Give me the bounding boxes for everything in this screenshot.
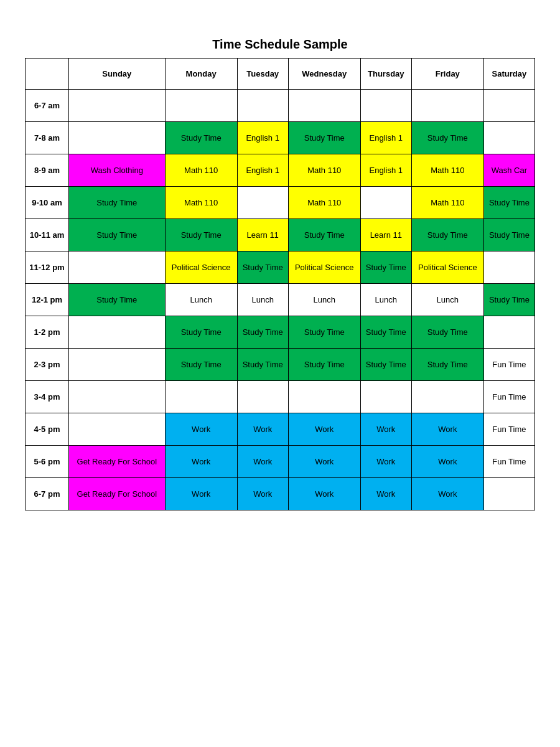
- schedule-cell: Math 110: [411, 187, 483, 219]
- schedule-cell: [69, 349, 166, 381]
- time-label: 1-2 pm: [26, 316, 69, 349]
- schedule-cell: Math 110: [165, 154, 237, 187]
- time-label: 3-4 pm: [26, 381, 69, 413]
- schedule-cell: Work: [360, 446, 411, 478]
- schedule-cell: Study Time: [69, 187, 166, 219]
- table-row: 7-8 amStudy TimeEnglish 1Study TimeEngli…: [26, 122, 535, 154]
- table-row: 3-4 pmFun Time: [26, 381, 535, 413]
- time-label: 5-6 pm: [26, 446, 69, 478]
- schedule-cell: Wash Car: [483, 154, 534, 187]
- schedule-cell: Lunch: [288, 284, 360, 316]
- schedule-cell: [69, 316, 166, 349]
- schedule-cell: Study Time: [288, 349, 360, 381]
- schedule-cell: Study Time: [69, 219, 166, 251]
- table-row: 2-3 pmStudy TimeStudy TimeStudy TimeStud…: [26, 349, 535, 381]
- schedule-cell: Study Time: [483, 187, 534, 219]
- schedule-cell: [69, 251, 166, 284]
- table-row: 5-6 pmGet Ready For SchoolWorkWorkWorkWo…: [26, 446, 535, 478]
- day-header-friday: Friday: [411, 59, 483, 90]
- schedule-cell: Lunch: [411, 284, 483, 316]
- schedule-cell: Study Time: [69, 284, 166, 316]
- table-row: 4-5 pmWorkWorkWorkWorkWorkFun Time: [26, 413, 535, 446]
- schedule-cell: Work: [360, 478, 411, 510]
- schedule-cell: Work: [237, 478, 288, 510]
- schedule-cell: Study Time: [360, 316, 411, 349]
- schedule-cell: Lunch: [237, 284, 288, 316]
- schedule-cell: Lunch: [360, 284, 411, 316]
- schedule-cell: Lunch: [165, 284, 237, 316]
- time-label: 6-7 am: [26, 90, 69, 122]
- schedule-cell: Learn 11: [360, 219, 411, 251]
- schedule-cell: [69, 90, 166, 122]
- table-row: 9-10 amStudy TimeMath 110Math 110Math 11…: [26, 187, 535, 219]
- schedule-cell: Math 110: [411, 154, 483, 187]
- time-label: 2-3 pm: [26, 349, 69, 381]
- table-row: 1-2 pmStudy TimeStudy TimeStudy TimeStud…: [26, 316, 535, 349]
- time-label: 6-7 pm: [26, 478, 69, 510]
- schedule-cell: [165, 381, 237, 413]
- schedule-cell: Work: [411, 446, 483, 478]
- table-row: 6-7 pmGet Ready For SchoolWorkWorkWorkWo…: [26, 478, 535, 510]
- time-label: 7-8 am: [26, 122, 69, 154]
- schedule-cell: Study Time: [288, 219, 360, 251]
- schedule-cell: Work: [288, 413, 360, 446]
- schedule-cell: [69, 381, 166, 413]
- schedule-cell: Work: [165, 478, 237, 510]
- schedule-cell: Political Science: [288, 251, 360, 284]
- schedule-cell: English 1: [360, 154, 411, 187]
- schedule-cell: Fun Time: [483, 413, 534, 446]
- schedule-cell: Study Time: [165, 349, 237, 381]
- time-label: 9-10 am: [26, 187, 69, 219]
- schedule-cell: Study Time: [237, 349, 288, 381]
- schedule-cell: Get Ready For School: [69, 478, 166, 510]
- schedule-cell: [237, 381, 288, 413]
- schedule-cell: [69, 122, 166, 154]
- time-label: 4-5 pm: [26, 413, 69, 446]
- day-header-thursday: Thursday: [360, 59, 411, 90]
- schedule-cell: Get Ready For School: [69, 446, 166, 478]
- day-header-saturday: Saturday: [483, 59, 534, 90]
- schedule-cell: Study Time: [483, 284, 534, 316]
- schedule-cell: English 1: [360, 122, 411, 154]
- schedule-cell: [483, 316, 534, 349]
- schedule-cell: Work: [165, 446, 237, 478]
- schedule-cell: [237, 90, 288, 122]
- schedule-cell: Work: [411, 478, 483, 510]
- schedule-cell: [483, 90, 534, 122]
- schedule-cell: [411, 90, 483, 122]
- schedule-cell: Study Time: [360, 349, 411, 381]
- table-row: 6-7 am: [26, 90, 535, 122]
- table-row: 11-12 pmPolitical ScienceStudy TimePolit…: [26, 251, 535, 284]
- time-label: 11-12 pm: [26, 251, 69, 284]
- schedule-cell: [288, 90, 360, 122]
- schedule-cell: English 1: [237, 122, 288, 154]
- schedule-container: Time Schedule Sample SundayMondayTuesday…: [25, 37, 535, 510]
- schedule-cell: Study Time: [165, 219, 237, 251]
- schedule-cell: [69, 413, 166, 446]
- schedule-cell: Political Science: [165, 251, 237, 284]
- schedule-cell: Study Time: [237, 316, 288, 349]
- schedule-cell: Fun Time: [483, 349, 534, 381]
- schedule-cell: Study Time: [411, 316, 483, 349]
- time-label: 12-1 pm: [26, 284, 69, 316]
- schedule-cell: Math 110: [165, 187, 237, 219]
- schedule-cell: Work: [288, 446, 360, 478]
- schedule-cell: Study Time: [360, 251, 411, 284]
- schedule-cell: [360, 187, 411, 219]
- schedule-cell: Learn 11: [237, 219, 288, 251]
- schedule-cell: Study Time: [411, 219, 483, 251]
- day-header-wednesday: Wednesday: [288, 59, 360, 90]
- schedule-cell: [165, 90, 237, 122]
- schedule-cell: [483, 122, 534, 154]
- time-label: 10-11 am: [26, 219, 69, 251]
- schedule-cell: Work: [411, 413, 483, 446]
- schedule-cell: Work: [360, 413, 411, 446]
- schedule-cell: [237, 187, 288, 219]
- schedule-cell: Study Time: [411, 122, 483, 154]
- day-header-monday: Monday: [165, 59, 237, 90]
- schedule-cell: [360, 381, 411, 413]
- time-label: 8-9 am: [26, 154, 69, 187]
- header-row: SundayMondayTuesdayWednesdayThursdayFrid…: [26, 59, 535, 90]
- schedule-cell: Study Time: [411, 349, 483, 381]
- schedule-cell: Political Science: [411, 251, 483, 284]
